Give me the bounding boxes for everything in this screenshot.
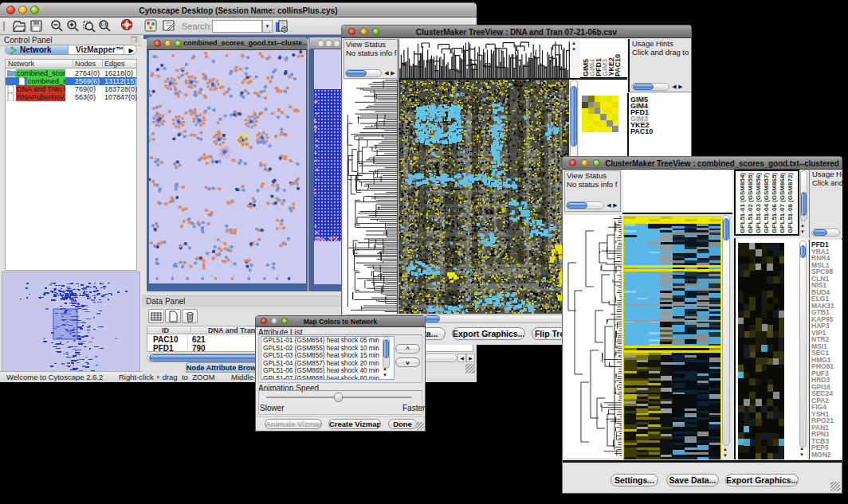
svg-text:1:1: 1:1 (100, 22, 108, 27)
svg-text:B: B (283, 27, 286, 32)
